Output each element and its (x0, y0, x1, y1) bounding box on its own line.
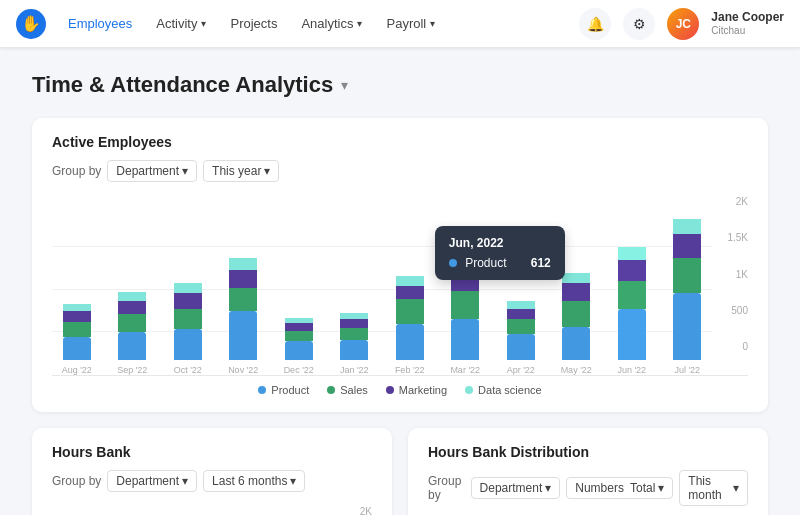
nav-employees[interactable]: Employees (58, 10, 142, 37)
bar-group: Mar '22 (441, 264, 491, 375)
bar-segment-sales (340, 328, 368, 340)
page-title-row: Time & Attendance Analytics ▾ (32, 72, 768, 98)
legend-sales: Sales (327, 384, 368, 396)
legend-dot-sales (327, 386, 335, 394)
nav-analytics[interactable]: Analytics ▾ (291, 10, 372, 37)
bar-segment-product (396, 324, 424, 360)
bar-stack[interactable] (118, 292, 146, 360)
bar-label: Mar '22 (450, 365, 480, 375)
bar-segment-marketing (118, 301, 146, 314)
hours-period-filter[interactable]: Last 6 months ▾ (203, 470, 305, 492)
hours-bank-title: Hours Bank (52, 444, 372, 460)
bar-segment-datascience (618, 247, 646, 260)
bar-label: Sep '22 (117, 365, 147, 375)
bar-segment-sales (174, 309, 202, 329)
bar-segment-product (618, 309, 646, 360)
bar-label: Jul '22 (674, 365, 700, 375)
nav-activity[interactable]: Activity ▾ (146, 10, 216, 37)
bar-group: Jan '22 (330, 313, 380, 375)
dist-group-filter[interactable]: Department ▾ (471, 477, 561, 499)
bar-segment-sales (63, 322, 91, 337)
nav-payroll[interactable]: Payroll ▾ (376, 10, 445, 37)
bar-stack[interactable] (340, 313, 368, 360)
bar-segment-marketing (340, 319, 368, 328)
bar-group: Dec '22 (274, 318, 324, 375)
bar-segment-marketing (396, 286, 424, 299)
legend-datascience: Data science (465, 384, 542, 396)
chevron-down-icon: ▾ (264, 164, 270, 178)
bar-segment-product (507, 334, 535, 360)
bar-group: Nov '22 (219, 258, 269, 375)
bar-segment-product (229, 311, 257, 360)
bar-stack[interactable] (507, 301, 535, 360)
bar-stack[interactable] (63, 304, 91, 360)
active-employees-chart: Aug '22Sep '22Oct '22Nov '22Dec '22Jan '… (52, 196, 748, 376)
bar-stack[interactable] (174, 283, 202, 360)
bar-segment-sales (618, 281, 646, 309)
navbar: ✋ Employees Activity ▾ Projects Analytic… (0, 0, 800, 48)
bar-label: Apr '22 (507, 365, 535, 375)
hours-distribution-card: Hours Bank Distribution Group by Departm… (408, 428, 768, 515)
nav-projects[interactable]: Projects (220, 10, 287, 37)
bar-segment-sales (562, 301, 590, 327)
chevron-down-icon: ▾ (357, 18, 362, 29)
bar-segment-marketing (229, 270, 257, 288)
bar-segment-datascience (562, 273, 590, 283)
bar-group: Apr '22 (496, 301, 546, 375)
bar-segment-product (174, 329, 202, 360)
bar-stack[interactable] (285, 318, 313, 360)
avatar[interactable]: JC (667, 8, 699, 40)
bar-stack[interactable] (562, 273, 590, 360)
hours-bar-chart-wrapper (52, 506, 372, 515)
bar-group: Jun '22 (607, 247, 657, 375)
bar-stack[interactable] (396, 275, 424, 360)
bar-segment-product (340, 340, 368, 360)
bar-segment-marketing (618, 260, 646, 280)
bar-stack[interactable] (229, 258, 257, 360)
bar-group: Jul '22 (663, 219, 713, 375)
bar-segment-product (63, 337, 91, 360)
bar-group: Feb '22 (385, 275, 435, 375)
hours-group-filter[interactable]: Department ▾ (107, 470, 197, 492)
bottom-grid: Hours Bank Group by Department ▾ Last 6 … (32, 428, 768, 515)
legend-product: Product (258, 384, 309, 396)
bar-segment-sales (451, 291, 479, 319)
main-content: Time & Attendance Analytics ▾ Active Emp… (0, 48, 800, 515)
period-filter[interactable]: This year ▾ (203, 160, 279, 182)
active-employees-card: Active Employees Group by Department ▾ T… (32, 118, 768, 412)
settings-button[interactable]: ⚙ (623, 8, 655, 40)
bar-stack[interactable] (673, 219, 701, 360)
logo-icon: ✋ (21, 14, 41, 33)
legend-dot-datascience (465, 386, 473, 394)
bar-segment-datascience (63, 304, 91, 312)
bar-label: Feb '22 (395, 365, 425, 375)
bar-segment-marketing (63, 311, 91, 321)
bar-group: Sep '22 (108, 292, 158, 375)
distribution-filters: Group by Department ▾ Numbers Total ▾ Th… (428, 470, 748, 506)
bar-stack[interactable] (451, 264, 479, 360)
hours-y-labels: 2K 1.5K 1K 500 (344, 506, 372, 515)
bar-stack[interactable] (618, 247, 646, 360)
chevron-down-icon: ▾ (733, 481, 739, 495)
bar-segment-datascience (673, 219, 701, 234)
dist-period-filter[interactable]: This month ▾ (679, 470, 748, 506)
title-chevron-icon[interactable]: ▾ (341, 77, 348, 93)
legend-marketing: Marketing (386, 384, 447, 396)
bar-label: Aug '22 (62, 365, 92, 375)
bar-segment-sales (396, 299, 424, 325)
bar-segment-marketing (673, 234, 701, 257)
chart-legend: Product Sales Marketing Data science (52, 384, 748, 396)
active-employees-title: Active Employees (52, 134, 748, 150)
bar-segment-sales (229, 288, 257, 311)
group-by-department-filter[interactable]: Department ▾ (107, 160, 197, 182)
dist-numbers-filter[interactable]: Numbers Total ▾ (566, 477, 673, 499)
chevron-down-icon: ▾ (658, 481, 664, 495)
chevron-down-icon: ▾ (290, 474, 296, 488)
chevron-down-icon: ▾ (182, 164, 188, 178)
y-axis-labels: 2K 1.5K 1K 500 0 (720, 196, 748, 352)
bar-label: Jun '22 (617, 365, 646, 375)
notification-button[interactable]: 🔔 (579, 8, 611, 40)
bar-segment-marketing (451, 275, 479, 290)
chevron-down-icon: ▾ (545, 481, 551, 495)
nav-links: Employees Activity ▾ Projects Analytics … (58, 10, 579, 37)
